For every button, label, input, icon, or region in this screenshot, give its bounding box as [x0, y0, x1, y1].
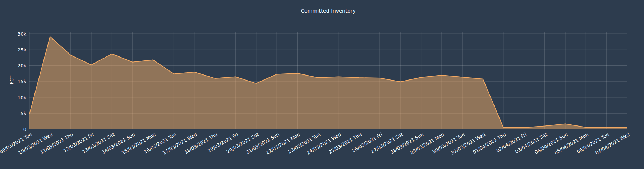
chart-canvas[interactable]: 05k10k15k20k25k30k09/03/2021 Tue10/03/20… — [0, 0, 644, 169]
x-tick-label: 29/03/2021 Mon — [409, 132, 445, 155]
committed-inventory-chart: Committed Inventory 05k10k15k20k25k30k09… — [0, 0, 644, 169]
x-tick-label: 07/04/2021 Wed — [594, 132, 631, 156]
x-tick-label: 09/03/2021 Tue — [0, 132, 33, 155]
y-tick-label: 15k — [18, 79, 27, 84]
x-tick-label: 17/03/2021 Wed — [162, 132, 198, 156]
y-tick-label: 5k — [20, 111, 26, 116]
x-tick-label: 05/04/2021 Mon — [553, 132, 589, 155]
y-tick-label: 0 — [23, 127, 26, 132]
y-tick-label: 25k — [18, 47, 27, 52]
x-tick-label: 24/03/2021 Wed — [306, 132, 342, 156]
area-fill — [29, 37, 627, 129]
y-tick-label: 10k — [18, 95, 27, 100]
x-tick-label: 22/03/2021 Mon — [265, 132, 301, 155]
x-tick-label: 10/03/2021 Wed — [17, 132, 54, 156]
x-tick-label: 15/03/2021 Mon — [121, 132, 157, 155]
y-tick-label: 30k — [18, 31, 27, 37]
y-axis-title: FCT — [9, 76, 14, 84]
y-tick-label: 20k — [18, 63, 27, 68]
x-tick-label: 31/03/2021 Wed — [450, 132, 487, 156]
